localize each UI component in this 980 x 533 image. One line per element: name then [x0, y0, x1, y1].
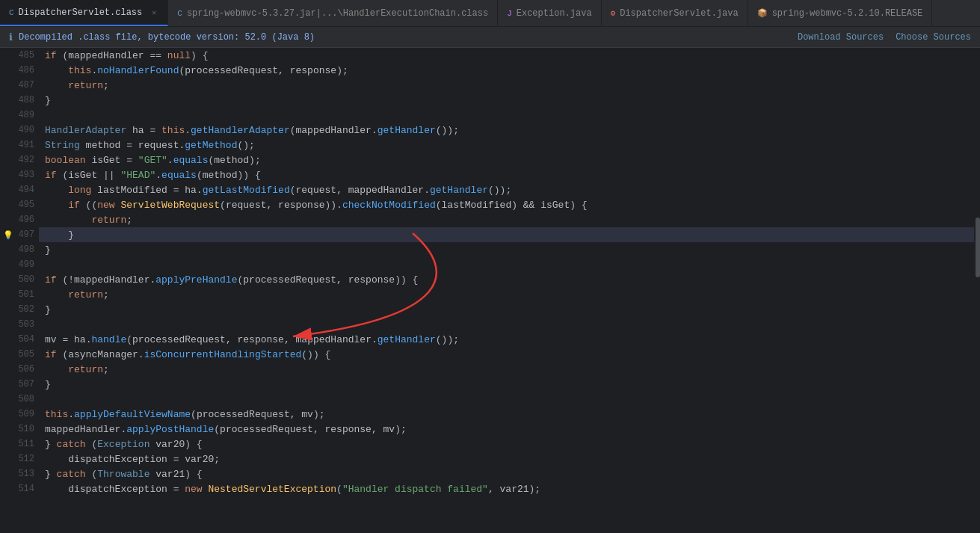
code-line: long lastModified = ha.getLastModified(r… [39, 182, 974, 197]
line-number: 514 [13, 484, 34, 494]
decompiled-message: Decompiled .class file, bytecode version… [19, 32, 315, 43]
gutter-row: 502 [0, 302, 39, 317]
gutter-row: 501 [0, 287, 39, 302]
line-numbers-gutter: 485486487488489490491492493494495496💡497… [0, 48, 39, 533]
gutter-row: 499 [0, 257, 39, 272]
code-area[interactable]: if (mappedHandler == null) { this.noHand… [39, 48, 974, 533]
gutter-row: 491 [0, 138, 39, 152]
line-number: 492 [13, 155, 34, 165]
code-line: if (isGet || "HEAD".equals(method)) { [39, 167, 974, 182]
tab-label: spring-webmvc-5.2.10.RELEASE [772, 8, 923, 19]
line-number: 512 [13, 454, 34, 464]
gutter-row: 514 [0, 481, 39, 496]
code-line: } catch (Throwable var21) { [39, 466, 974, 481]
line-number: 506 [13, 364, 34, 375]
gutter-row: 510 [0, 422, 39, 437]
gutter-row: 487 [0, 78, 39, 93]
gutter-row: 495 [0, 197, 39, 212]
line-number: 496 [13, 215, 34, 225]
vertical-scrollbar[interactable] [974, 48, 980, 533]
code-line: dispatchException = new NestedServletExc… [39, 481, 974, 496]
info-message: ℹ Decompiled .class file, bytecode versi… [9, 31, 315, 43]
info-bar: ℹ Decompiled .class file, bytecode versi… [0, 27, 980, 48]
tab-dispatcher-java[interactable]: ⚙ DispatcherServlet.java [602, 0, 748, 26]
line-number: 508 [13, 394, 34, 404]
code-line: } [39, 227, 974, 242]
info-actions: Download Sources Choose Sources [798, 32, 971, 43]
gutter-row: 493 [0, 167, 39, 182]
code-line: this.applyDefaultViewName(processedReque… [39, 407, 974, 422]
line-number: 504 [13, 334, 34, 345]
gutter-row: 511 [0, 437, 39, 452]
tab-spring-release[interactable]: 📦 spring-webmvc-5.2.10.RELEASE [748, 0, 933, 26]
tab-handler-chain[interactable]: C spring-webmvc-5.3.27.jar|...\HandlerEx… [168, 0, 498, 26]
gutter-row: 498 [0, 242, 39, 257]
code-line: if (asyncManager.isConcurrentHandlingSta… [39, 347, 974, 362]
code-line: } [39, 377, 974, 392]
code-line: this.noHandlerFound(processedRequest, re… [39, 63, 974, 78]
code-line: HandlerAdapter ha = this.getHandlerAdapt… [39, 123, 974, 138]
tab-close-button[interactable]: ✕ [150, 7, 158, 18]
info-icon: ℹ [9, 31, 13, 43]
line-number: 505 [13, 349, 34, 360]
choose-sources-link[interactable]: Choose Sources [896, 32, 971, 43]
gutter-row: 490 [0, 123, 39, 138]
code-line: } [39, 242, 974, 257]
line-number: 501 [13, 289, 34, 300]
line-number: 491 [13, 140, 34, 150]
tab-bar: C DispatcherServlet.class ✕ C spring-web… [0, 0, 980, 27]
bulb-icon[interactable]: 💡 [3, 230, 13, 240]
code-line: return; [39, 78, 974, 93]
gutter-row: 509 [0, 407, 39, 422]
download-sources-link[interactable]: Download Sources [798, 32, 884, 43]
gutter-row: 507 [0, 377, 39, 392]
code-line: return; [39, 287, 974, 302]
gutter-row: 489 [0, 108, 39, 123]
gutter-row: 488 [0, 93, 39, 108]
code-line: if ((new ServletWebRequest(request, resp… [39, 197, 974, 212]
gutter-row: 512 [0, 452, 39, 466]
code-line: mv = ha.handle(processedRequest, respons… [39, 332, 974, 347]
class-file-icon: C [9, 8, 14, 17]
jar-icon: C [177, 9, 182, 18]
line-number: 503 [13, 319, 34, 330]
gutter-row: 508 [0, 392, 39, 407]
gutter-row: 504 [0, 332, 39, 347]
scrollbar-thumb[interactable] [976, 218, 980, 277]
gutter-row: 496 [0, 212, 39, 227]
code-line [39, 392, 974, 407]
line-number: 486 [13, 65, 34, 76]
line-number: 507 [13, 379, 34, 389]
code-line: return; [39, 212, 974, 227]
line-number: 490 [13, 125, 34, 135]
tab-label: spring-webmvc-5.3.27.jar|...\HandlerExec… [187, 8, 488, 19]
code-line: dispatchException = var20; [39, 452, 974, 466]
line-number: 485 [13, 50, 34, 61]
gutter-row: 503 [0, 317, 39, 332]
line-number: 500 [13, 274, 34, 285]
line-number: 511 [13, 439, 34, 449]
tab-exception[interactable]: J Exception.java [498, 0, 601, 26]
line-number: 513 [13, 469, 34, 479]
gutter-row: 486 [0, 63, 39, 78]
code-line: } [39, 302, 974, 317]
line-number: 509 [13, 409, 34, 419]
editor-container: 485486487488489490491492493494495496💡497… [0, 48, 980, 533]
code-line: } [39, 93, 974, 108]
gutter-row: 500 [0, 272, 39, 287]
code-line [39, 317, 974, 332]
code-line: boolean isGet = "GET".equals(method); [39, 152, 974, 167]
gutter-row: 513 [0, 466, 39, 481]
line-number: 497 [13, 229, 34, 240]
line-number: 510 [13, 424, 34, 434]
code-line: return; [39, 362, 974, 377]
line-number: 493 [13, 170, 34, 180]
code-line: if (!mappedHandler.applyPreHandle(proces… [39, 272, 974, 287]
gutter-row: 485 [0, 48, 39, 63]
line-number: 495 [13, 200, 34, 210]
tab-dispatcher-class[interactable]: C DispatcherServlet.class ✕ [0, 0, 168, 26]
java-icon: J [507, 9, 512, 18]
war-icon: ⚙ [611, 8, 616, 18]
line-number: 499 [13, 259, 34, 270]
gutter-row: 💡497 [0, 227, 39, 242]
